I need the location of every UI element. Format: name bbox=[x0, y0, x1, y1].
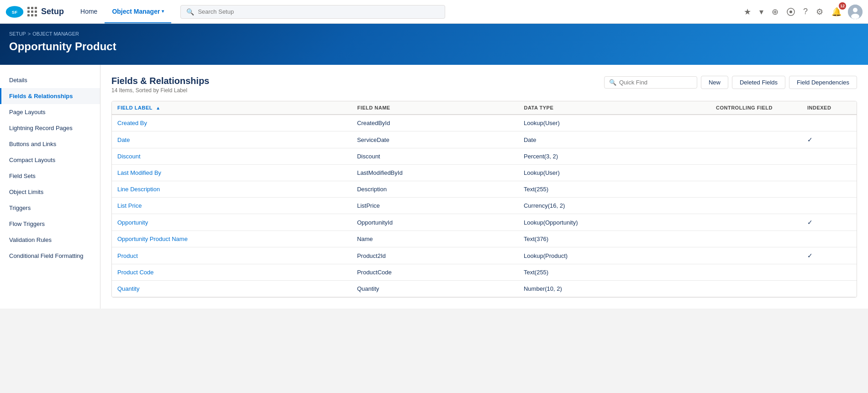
field-label-link[interactable]: Product bbox=[117, 252, 138, 259]
sidebar-item-triggers[interactable]: Triggers bbox=[0, 200, 100, 216]
data-type-cell: Lookup(Opportunity) bbox=[518, 214, 710, 231]
app-name-label: Setup bbox=[41, 7, 64, 16]
add-button[interactable]: ⊕ bbox=[770, 5, 780, 19]
field-name-cell: ListPrice bbox=[352, 198, 518, 214]
th-indexed[interactable]: INDEXED bbox=[802, 101, 857, 115]
nav-tab-home[interactable]: Home bbox=[73, 0, 105, 23]
page-title: Opportunity Product bbox=[9, 40, 859, 53]
data-type-cell: Lookup(User) bbox=[518, 165, 710, 181]
sidebar: Details Fields & Relationships Page Layo… bbox=[0, 65, 100, 309]
indexed-checkmark: ✓ bbox=[807, 219, 813, 226]
quick-find-icon: 🔍 bbox=[609, 79, 616, 86]
notifications-area[interactable]: 🔔 12 bbox=[830, 5, 843, 19]
field-label-link[interactable]: Product Code bbox=[117, 269, 154, 276]
field-name-cell: Quantity bbox=[352, 281, 518, 297]
avatar[interactable] bbox=[848, 5, 863, 19]
indexed-cell bbox=[802, 231, 857, 247]
table-row: Line Description Description Text(255) bbox=[112, 181, 857, 198]
sidebar-item-object-limits[interactable]: Object Limits bbox=[0, 184, 100, 200]
main-content: Details Fields & Relationships Page Layo… bbox=[0, 65, 868, 309]
table-row: List Price ListPrice Currency(16, 2) bbox=[112, 198, 857, 214]
sidebar-item-lightning-record-pages[interactable]: Lightning Record Pages bbox=[0, 120, 100, 136]
controlling-field-cell bbox=[710, 148, 802, 165]
field-label-link[interactable]: Discount bbox=[117, 153, 141, 160]
indexed-cell bbox=[802, 181, 857, 198]
controlling-field-cell bbox=[710, 198, 802, 214]
field-dependencies-button[interactable]: Field Dependencies bbox=[789, 76, 857, 89]
sidebar-item-field-sets[interactable]: Field Sets bbox=[0, 168, 100, 184]
indexed-cell bbox=[802, 198, 857, 214]
favorites-dropdown-button[interactable]: ▾ bbox=[758, 5, 765, 19]
th-field-name[interactable]: FIELD NAME bbox=[352, 101, 518, 115]
svg-point-3 bbox=[789, 10, 792, 13]
sidebar-item-page-layouts[interactable]: Page Layouts bbox=[0, 104, 100, 120]
breadcrumb-setup[interactable]: SETUP bbox=[9, 31, 26, 37]
nav-tab-object-manager[interactable]: Object Manager ▾ bbox=[105, 0, 171, 23]
favorites-button[interactable]: ★ bbox=[742, 5, 753, 19]
field-label-link[interactable]: Line Description bbox=[117, 186, 160, 193]
data-type-cell: Lookup(User) bbox=[518, 115, 710, 131]
nav-tabs: Home Object Manager ▾ bbox=[73, 0, 171, 23]
indexed-cell bbox=[802, 165, 857, 181]
quick-find-input[interactable] bbox=[619, 79, 692, 86]
indexed-cell bbox=[802, 281, 857, 297]
sidebar-item-conditional-field-formatting[interactable]: Conditional Field Formatting bbox=[0, 248, 100, 264]
field-name-cell: Description bbox=[352, 181, 518, 198]
sidebar-item-details[interactable]: Details bbox=[0, 72, 100, 88]
data-type-cell: Currency(16, 2) bbox=[518, 198, 710, 214]
data-type-cell: Text(255) bbox=[518, 181, 710, 198]
field-label-link[interactable]: Last Modified By bbox=[117, 169, 161, 176]
new-button[interactable]: New bbox=[701, 76, 728, 89]
field-name-cell: CreatedById bbox=[352, 115, 518, 131]
sidebar-item-validation-rules[interactable]: Validation Rules bbox=[0, 232, 100, 248]
table-row: Last Modified By LastModifiedById Lookup… bbox=[112, 165, 857, 181]
sidebar-item-fields-relationships[interactable]: Fields & Relationships bbox=[0, 88, 100, 104]
indexed-checkmark: ✓ bbox=[807, 252, 813, 259]
section-subtitle: 14 Items, Sorted by Field Label bbox=[111, 87, 209, 94]
th-data-type[interactable]: DATA TYPE bbox=[518, 101, 710, 115]
field-label-link[interactable]: Date bbox=[117, 136, 130, 143]
search-input[interactable] bbox=[198, 8, 439, 15]
salesforce-logo[interactable]: SF bbox=[5, 3, 24, 21]
quick-find-container: 🔍 bbox=[604, 76, 697, 89]
sidebar-item-compact-layouts[interactable]: Compact Layouts bbox=[0, 152, 100, 168]
table-row: Opportunity Product Name Name Text(376) bbox=[112, 231, 857, 247]
table-row: Quantity Quantity Number(10, 2) bbox=[112, 281, 857, 297]
field-label-link[interactable]: Opportunity bbox=[117, 219, 148, 226]
field-name-cell: OpportunityId bbox=[352, 214, 518, 231]
data-type-cell: Text(376) bbox=[518, 231, 710, 247]
field-label-link[interactable]: Quantity bbox=[117, 285, 139, 292]
controlling-field-cell bbox=[710, 214, 802, 231]
table-row: Discount Discount Percent(3, 2) bbox=[112, 148, 857, 165]
sort-asc-icon: ▲ bbox=[156, 105, 160, 110]
fields-table: FIELD LABEL ▲ FIELD NAME DATA TYPE CONTR… bbox=[112, 101, 857, 297]
breadcrumb-object-manager[interactable]: OBJECT MANAGER bbox=[32, 31, 79, 37]
help-button[interactable]: ? bbox=[801, 5, 810, 18]
field-label-link[interactable]: Opportunity Product Name bbox=[117, 236, 188, 242]
th-field-label[interactable]: FIELD LABEL ▲ bbox=[112, 101, 352, 115]
field-label-link[interactable]: List Price bbox=[117, 202, 142, 209]
deleted-fields-button[interactable]: Deleted Fields bbox=[732, 76, 785, 89]
sidebar-item-buttons-links[interactable]: Buttons and Links bbox=[0, 136, 100, 152]
section-title: Fields & Relationships bbox=[111, 76, 209, 86]
sidebar-item-flow-triggers[interactable]: Flow Triggers bbox=[0, 216, 100, 232]
th-controlling-field[interactable]: CONTROLLING FIELD bbox=[710, 101, 802, 115]
data-type-cell: Percent(3, 2) bbox=[518, 148, 710, 165]
app-launcher-button[interactable] bbox=[27, 7, 37, 17]
field-name-cell: Discount bbox=[352, 148, 518, 165]
breadcrumb: SETUP > OBJECT MANAGER bbox=[9, 31, 859, 37]
table-header: FIELD LABEL ▲ FIELD NAME DATA TYPE CONTR… bbox=[112, 101, 857, 115]
global-actions-button[interactable] bbox=[785, 6, 797, 18]
section-actions: 🔍 New Deleted Fields Field Dependencies bbox=[604, 76, 857, 89]
section-title-area: Fields & Relationships 14 Items, Sorted … bbox=[111, 76, 209, 94]
field-name-cell: ServiceDate bbox=[352, 131, 518, 148]
field-label-link[interactable]: Created By bbox=[117, 120, 147, 126]
content-area: Fields & Relationships 14 Items, Sorted … bbox=[100, 65, 868, 309]
controlling-field-cell bbox=[710, 115, 802, 131]
indexed-cell: ✓ bbox=[802, 214, 857, 231]
table-row: Opportunity OpportunityId Lookup(Opportu… bbox=[112, 214, 857, 231]
search-bar[interactable]: 🔍 bbox=[180, 5, 445, 19]
field-name-cell: LastModifiedById bbox=[352, 165, 518, 181]
setup-button[interactable]: ⚙ bbox=[814, 5, 825, 19]
top-navigation: SF Setup Home Object Manager ▾ 🔍 ★ ▾ ⊕ ? bbox=[0, 0, 868, 24]
